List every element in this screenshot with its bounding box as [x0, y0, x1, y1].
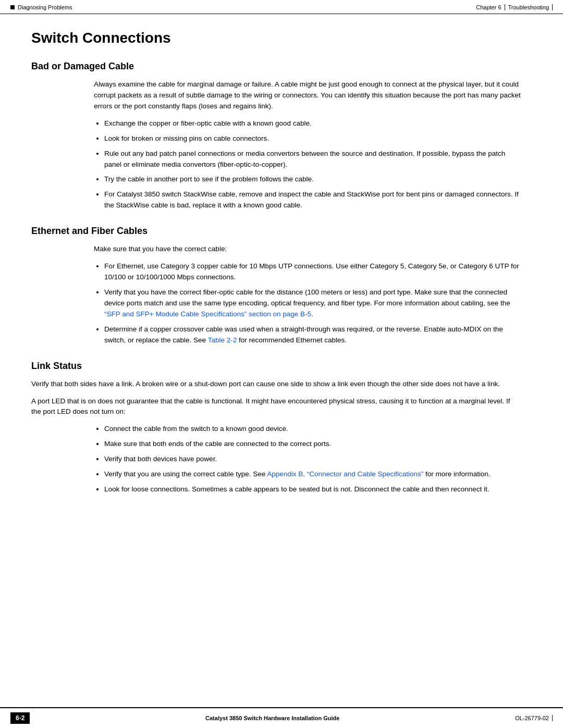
list-item: For Catalyst 3850 switch StackWise cable…	[104, 189, 521, 211]
section-ethernet-fiber-heading: Ethernet and Fiber Cables	[31, 226, 532, 237]
list-item: Verify that you have the correct fiber-o…	[104, 287, 521, 320]
page-title: Switch Connections	[31, 30, 532, 46]
section-link-status: Link Status Verify that both sides have …	[31, 361, 532, 495]
header-chapter-info: Chapter 6 Troubleshooting	[476, 4, 553, 10]
list-item: Exchange the copper or fiber-optic cable…	[104, 118, 521, 129]
diagnosing-label: Diagnosing Problems	[18, 4, 72, 10]
bad-cable-list: Exchange the copper or fiber-optic cable…	[104, 118, 521, 211]
bullet-text-prefix: Verify that you have the correct fiber-o…	[104, 288, 510, 307]
list-item: Rule out any bad patch panel connections…	[104, 149, 521, 170]
section-link-status-heading: Link Status	[31, 361, 532, 372]
list-item: Look for loose connections. Sometimes a …	[104, 484, 521, 495]
ethernet-fiber-list: For Ethernet, use Category 3 copper cabl…	[104, 261, 521, 346]
list-item: For Ethernet, use Category 3 copper cabl…	[104, 261, 521, 283]
footer-divider-icon	[552, 715, 553, 721]
footer-page-number: 6-2	[10, 712, 30, 724]
list-item: Verify that you are using the correct ca…	[104, 469, 521, 480]
link-status-list: Connect the cable from the switch to a k…	[104, 424, 521, 495]
appendix-b-link[interactable]: Appendix B, “Connector and Cable Specifi…	[267, 470, 423, 478]
section-bad-cable-heading: Bad or Damaged Cable	[31, 61, 532, 72]
sfp-cable-link[interactable]: “SFP and SFP+ Module Cable Specification…	[104, 310, 311, 318]
header-divider2-icon	[552, 4, 553, 10]
list-item: Verify that both devices have power.	[104, 454, 521, 465]
bullet-text-prefix: Verify that you are using the correct ca…	[104, 470, 267, 478]
footer-center-text: Catalyst 3850 Switch Hardware Installati…	[205, 715, 339, 721]
bad-cable-intro: Always examine the cable for marginal da…	[94, 79, 521, 112]
footer-right-text: OL-26779-02	[515, 715, 553, 721]
list-item: Look for broken or missing pins on cable…	[104, 133, 521, 144]
ethernet-fiber-intro: Make sure that you have the correct cabl…	[94, 244, 521, 255]
header-bullet-icon	[10, 5, 15, 9]
main-content: Switch Connections Bad or Damaged Cable …	[0, 14, 563, 551]
page-header: Diagnosing Problems Chapter 6 Troublesho…	[0, 0, 563, 14]
chapter-label: Chapter 6	[476, 4, 501, 10]
header-section-label: Diagnosing Problems	[10, 4, 72, 10]
list-item: Determine if a copper crossover cable wa…	[104, 324, 521, 346]
bullet-text-suffix: for recommended Ethernet cables.	[237, 336, 347, 344]
section-bad-cable: Bad or Damaged Cable Always examine the …	[31, 61, 532, 211]
chapter-title: Troubleshooting	[508, 4, 549, 10]
section-ethernet-fiber: Ethernet and Fiber Cables Make sure that…	[31, 226, 532, 346]
bullet-text-suffix: for more information.	[423, 470, 490, 478]
list-item: Make sure that both ends of the cable ar…	[104, 439, 521, 450]
list-item: Try the cable in another port to see if …	[104, 174, 521, 185]
footer-doc-number: OL-26779-02	[515, 715, 549, 721]
table-2-2-link[interactable]: Table 2-2	[208, 336, 237, 344]
bullet-text-suffix: .	[311, 310, 313, 318]
page-footer: 6-2 Catalyst 3850 Switch Hardware Instal…	[0, 707, 563, 728]
link-status-para2: A port LED that is on does not guarantee…	[31, 396, 521, 418]
list-item: Connect the cable from the switch to a k…	[104, 424, 521, 435]
link-status-para1: Verify that both sides have a link. A br…	[31, 379, 521, 390]
header-divider-icon	[505, 4, 505, 10]
